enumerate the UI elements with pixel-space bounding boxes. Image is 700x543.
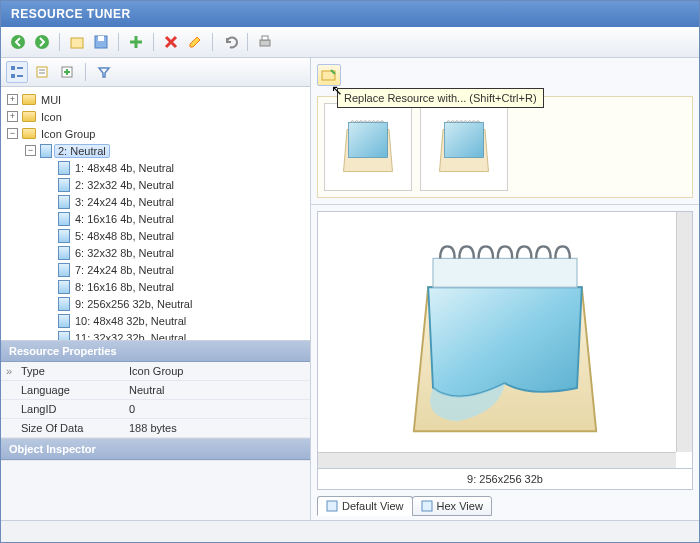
tree-label: 11: 32x32 32b, Neutral [72, 332, 189, 341]
tab-label: Default View [342, 500, 404, 512]
right-pane: ↖ Replace Resource with... (Shift+Ctrl+R… [311, 58, 699, 520]
folder-icon [22, 128, 36, 139]
export-button[interactable] [56, 61, 78, 83]
svg-rect-13 [444, 123, 483, 158]
resource-icon [40, 144, 52, 158]
tree-item[interactable]: 1: 48x48 4b, Neutral [5, 159, 306, 176]
resource-icon [58, 263, 70, 277]
tree-toggle [43, 315, 54, 326]
thumbnail[interactable] [420, 103, 508, 191]
svg-rect-5 [260, 40, 270, 46]
tree-item[interactable]: 4: 16x16 4b, Neutral [5, 210, 306, 227]
delete-button[interactable] [160, 31, 182, 53]
preview-caption: 9: 256x256 32b [317, 469, 693, 490]
tree-item[interactable]: 10: 48x48 32b, Neutral [5, 312, 306, 329]
forward-button[interactable] [31, 31, 53, 53]
scrollbar-vertical[interactable] [676, 212, 692, 452]
preview-toolbar-area: ↖ Replace Resource with... (Shift+Ctrl+R… [311, 58, 699, 205]
tree-item[interactable]: 11: 32x32 32b, Neutral [5, 329, 306, 340]
property-row[interactable]: Size Of Data188 bytes [1, 419, 310, 438]
thumbnail-strip [317, 96, 693, 198]
property-key: LangID [1, 400, 121, 418]
separator [153, 33, 154, 51]
resource-icon [58, 195, 70, 209]
view-tab[interactable]: Hex View [412, 496, 492, 516]
folder-open-icon [321, 68, 337, 82]
resource-icon [58, 331, 70, 341]
tree-toggle [43, 264, 54, 275]
tree-item[interactable]: 3: 24x24 4b, Neutral [5, 193, 306, 210]
tree-item[interactable]: −2: Neutral [5, 142, 306, 159]
tree-toggle [43, 332, 54, 340]
tree-item[interactable]: 6: 32x32 8b, Neutral [5, 244, 306, 261]
tooltip: Replace Resource with... (Shift+Ctrl+R) [337, 88, 544, 108]
tree-item[interactable]: +MUI [5, 91, 306, 108]
filter-button[interactable] [93, 61, 115, 83]
property-row[interactable]: LangID0 [1, 400, 310, 419]
view-tab[interactable]: Default View [317, 496, 413, 516]
open-button[interactable] [66, 31, 88, 53]
property-value: Icon Group [121, 362, 310, 380]
scrollbar-horizontal[interactable] [318, 452, 676, 468]
add-button[interactable] [125, 31, 147, 53]
resource-tree[interactable]: +MUI+Icon−Icon Group−2: Neutral1: 48x48 … [1, 87, 310, 340]
status-bar [1, 520, 699, 542]
undo-button[interactable] [219, 31, 241, 53]
tree-item[interactable]: 7: 24x24 8b, Neutral [5, 261, 306, 278]
content-area: +MUI+Icon−Icon Group−2: Neutral1: 48x48 … [1, 58, 699, 520]
tree-view-button[interactable] [6, 61, 28, 83]
tab-label: Hex View [437, 500, 483, 512]
tree-label: 2: 32x32 4b, Neutral [72, 179, 177, 191]
resource-icon [58, 314, 70, 328]
resource-icon [58, 178, 70, 192]
tree-toggle[interactable]: + [7, 94, 18, 105]
tree-label: 1: 48x48 4b, Neutral [72, 162, 177, 174]
tree-toggle [43, 298, 54, 309]
property-key: Language [1, 381, 121, 399]
thumbnail[interactable] [324, 103, 412, 191]
tree-item[interactable]: +Icon [5, 108, 306, 125]
edit-button[interactable] [184, 31, 206, 53]
preview-main [317, 211, 693, 469]
properties-panel: TypeIcon GroupLanguageNeutralLangID0Size… [1, 362, 310, 438]
tree-item[interactable]: 5: 48x48 8b, Neutral [5, 227, 306, 244]
list-view-button[interactable] [31, 61, 53, 83]
separator [118, 33, 119, 51]
tree-toggle [43, 213, 54, 224]
tree-toggle[interactable]: + [7, 111, 18, 122]
separator [247, 33, 248, 51]
property-row[interactable]: TypeIcon Group [1, 362, 310, 381]
tree-item[interactable]: 2: 32x32 4b, Neutral [5, 176, 306, 193]
object-inspector-header: Object Inspector [1, 438, 310, 460]
tree-item[interactable]: 8: 16x16 8b, Neutral [5, 278, 306, 295]
app-window: RESOURCE TUNER +MUI+Icon−Icon Group−2: N… [0, 0, 700, 543]
property-row[interactable]: LanguageNeutral [1, 381, 310, 400]
tree-toggle [43, 162, 54, 173]
tree-label: 4: 16x16 4b, Neutral [72, 213, 177, 225]
main-toolbar [1, 27, 699, 58]
properties-header: Resource Properties [1, 340, 310, 362]
property-value: 188 bytes [121, 419, 310, 437]
tree-label: 6: 32x32 8b, Neutral [72, 247, 177, 259]
tree-label: 2: Neutral [54, 144, 110, 158]
svg-rect-12 [348, 123, 387, 158]
tree-toolbar [1, 58, 310, 87]
separator [212, 33, 213, 51]
back-button[interactable] [7, 31, 29, 53]
tree-toggle[interactable]: − [7, 128, 18, 139]
print-button[interactable] [254, 31, 276, 53]
tab-icon [326, 500, 338, 512]
save-button[interactable] [90, 31, 112, 53]
property-value: Neutral [121, 381, 310, 399]
tree-item[interactable]: −Icon Group [5, 125, 306, 142]
cursor-icon: ↖ [331, 82, 343, 98]
tree-label: 3: 24x24 4b, Neutral [72, 196, 177, 208]
title-bar: RESOURCE TUNER [1, 1, 699, 27]
svg-rect-4 [98, 36, 104, 41]
resource-icon [58, 297, 70, 311]
tab-icon [421, 500, 433, 512]
resource-icon [58, 229, 70, 243]
tree-label: 9: 256x256 32b, Neutral [72, 298, 195, 310]
tree-toggle[interactable]: − [25, 145, 36, 156]
tree-item[interactable]: 9: 256x256 32b, Neutral [5, 295, 306, 312]
